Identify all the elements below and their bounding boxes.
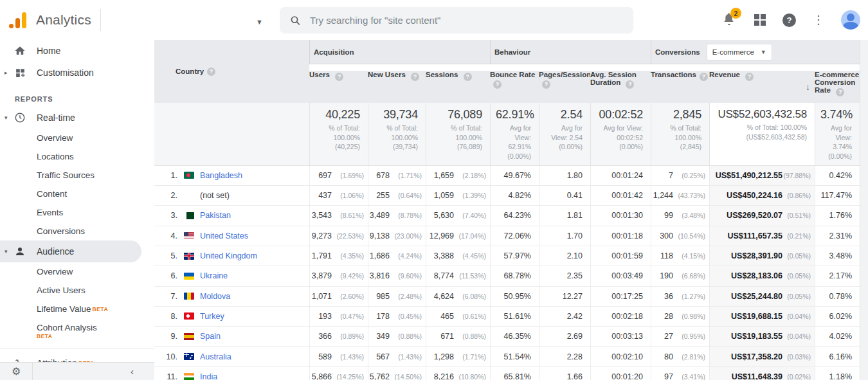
bounce-rate-cell: 50.95% <box>490 287 539 306</box>
sidebar-item-cohort-analysis[interactable]: Cohort Analysis BETA <box>0 318 154 344</box>
column-header-country[interactable]: Country ? <box>154 40 309 103</box>
country-cell: 3. Pakistan <box>154 206 309 225</box>
avg-session-duration-cell: 00:03:13 <box>590 327 651 346</box>
overflow-menu-icon[interactable]: ⋮ <box>813 14 824 26</box>
totals-revenue: US$52,603,432.58 % of Total: 100.00% (US… <box>709 103 815 165</box>
help-icon[interactable]: ? <box>836 88 844 96</box>
help-icon[interactable]: ? <box>782 14 796 27</box>
help-icon[interactable]: ? <box>493 80 502 89</box>
flag-au <box>184 353 194 360</box>
search-bar[interactable] <box>280 7 633 33</box>
country-link[interactable]: Bangladesh <box>200 171 242 180</box>
pages-session-cell: 2.42 <box>539 307 590 326</box>
help-icon[interactable]: ? <box>745 73 754 81</box>
ecommerce-conversion-rate-cell: 6.16% <box>815 347 860 366</box>
table-row: 5. United Kingdom 1,791(4.35%) 1,686(4.2… <box>154 246 868 266</box>
help-icon[interactable]: ? <box>542 80 550 89</box>
users-cell: 1,791(4.35%) <box>309 246 368 266</box>
row-rank: 11. <box>163 372 177 380</box>
country-link[interactable]: Pakistan <box>200 211 231 220</box>
sidebar-item-lifetime-value[interactable]: Lifetime ValueBETA <box>0 300 154 318</box>
country-cell: 11. India <box>154 367 309 380</box>
country-link[interactable]: (not set) <box>200 191 230 200</box>
help-icon[interactable]: ? <box>207 68 215 76</box>
pages-session-cell: 12.27 <box>539 287 590 306</box>
sidebar-item-customisation[interactable]: ▸ Customisation <box>0 62 154 84</box>
expand-down-icon[interactable]: ▾ <box>5 114 8 121</box>
ecommerce-conversion-rate-cell: 6.02% <box>815 307 860 326</box>
row-rank: 10. <box>163 352 177 361</box>
pages-session-cell: 0.41 <box>539 186 590 205</box>
sidebar-item-home[interactable]: Home <box>0 40 154 62</box>
new-users-cell: 9,138(23.00%) <box>368 226 426 246</box>
column-header-new-users[interactable]: New Users ? <box>368 71 426 103</box>
account-picker-caret-icon[interactable]: ▼ <box>256 18 263 26</box>
users-cell: 366(0.89%) <box>309 327 368 346</box>
column-header-pages-session[interactable]: Pages/Session? <box>539 71 590 103</box>
column-header-revenue[interactable]: Revenue ? ↓ <box>709 71 815 103</box>
row-rank: 6. <box>163 271 177 280</box>
help-icon[interactable]: ? <box>411 73 419 81</box>
notification-count-badge: 2 <box>730 8 741 19</box>
new-users-cell: 678(1.71%) <box>368 166 426 185</box>
avg-session-duration-cell: 00:01:42 <box>590 186 651 205</box>
country-cell: 6. Ukraine <box>154 266 309 285</box>
sessions-cell: 1,059(1.39%) <box>426 186 490 205</box>
row-rank: 8. <box>163 312 177 321</box>
flag-bd <box>184 172 194 179</box>
sidebar-item-realtime-events[interactable]: Events <box>0 203 154 222</box>
flag-us <box>184 232 194 239</box>
sidebar-item-realtime[interactable]: ▾ Real-time <box>0 107 154 129</box>
new-users-cell: 3,816(9.60%) <box>368 266 426 285</box>
search-icon <box>290 15 301 26</box>
search-input[interactable] <box>310 15 623 26</box>
expand-right-icon[interactable]: ▸ <box>5 69 8 76</box>
flag-ua <box>184 273 194 280</box>
column-header-sessions[interactable]: Sessions ? <box>426 71 490 103</box>
country-link[interactable]: Ukraine <box>200 271 228 280</box>
customisation-icon <box>14 68 26 78</box>
country-link[interactable]: Spain <box>200 332 221 341</box>
sidebar-item-realtime-content[interactable]: Content <box>0 185 154 203</box>
sidebar-item-realtime-overview[interactable]: Overview <box>0 129 154 147</box>
apps-grid-icon[interactable] <box>754 14 766 26</box>
expand-down-icon[interactable]: ▾ <box>5 248 8 255</box>
transactions-cell: 1,244(43.73%) <box>651 186 709 205</box>
bounce-rate-cell: 72.06% <box>490 226 539 246</box>
sidebar-item-realtime-locations[interactable]: Locations <box>0 147 154 166</box>
help-icon[interactable]: ? <box>700 73 708 81</box>
help-icon[interactable]: ? <box>335 73 343 81</box>
help-icon[interactable]: ? <box>626 80 634 89</box>
column-header-avg-session-duration[interactable]: Avg. Session Duration ? <box>590 71 651 103</box>
sidebar-item-audience-active-users[interactable]: Active Users <box>0 281 154 300</box>
sidebar-item-realtime-conversions[interactable]: Conversions <box>0 222 154 240</box>
settings-gear-icon[interactable]: ⚙ <box>0 365 32 377</box>
country-link[interactable]: Moldova <box>200 292 230 301</box>
scrollbar[interactable] <box>860 40 868 380</box>
country-link[interactable]: Turkey <box>200 312 224 321</box>
column-header-bounce-rate[interactable]: Bounce Rate? <box>490 71 539 103</box>
help-icon[interactable]: ? <box>464 73 472 81</box>
sort-descending-icon[interactable]: ↓ <box>806 82 810 92</box>
ecommerce-conversion-rate-cell: 1.18% <box>815 367 860 380</box>
sidebar-item-audience-overview[interactable]: Overview <box>0 262 154 281</box>
new-users-cell: 1,686(4.24%) <box>368 246 426 266</box>
country-link[interactable]: United Kingdom <box>200 251 257 260</box>
avatar[interactable] <box>841 10 860 30</box>
users-cell: 589(1.43%) <box>309 347 368 366</box>
transactions-cell: 7(0.25%) <box>651 166 709 185</box>
notifications-button[interactable]: 2 <box>722 12 737 28</box>
totals-new-users: 39,734 % of Total: 100.00% (39,734) <box>368 103 426 165</box>
country-link[interactable]: India <box>200 372 217 380</box>
conversions-type-dropdown[interactable]: E-commerce ▼ <box>707 44 772 60</box>
column-header-ecommerce-conversion-rate[interactable]: E-commerce Conversion Rate ? <box>815 71 860 103</box>
country-link[interactable]: United States <box>200 231 248 240</box>
column-header-users[interactable]: ​Users ? <box>309 71 368 103</box>
sidebar-item-audience[interactable]: ▾ Audience <box>0 240 141 262</box>
avg-session-duration-cell: 00:03:49 <box>590 266 651 285</box>
country-link[interactable]: Australia <box>200 352 231 361</box>
totals-row: 40,225 % of Total: 100.00% (40,225) 39,7… <box>154 103 868 166</box>
collapse-sidebar-icon[interactable]: ‹ <box>131 366 134 377</box>
sidebar-item-realtime-traffic-sources[interactable]: Traffic Sources <box>0 166 154 185</box>
column-header-transactions[interactable]: Transactions? <box>651 71 709 103</box>
